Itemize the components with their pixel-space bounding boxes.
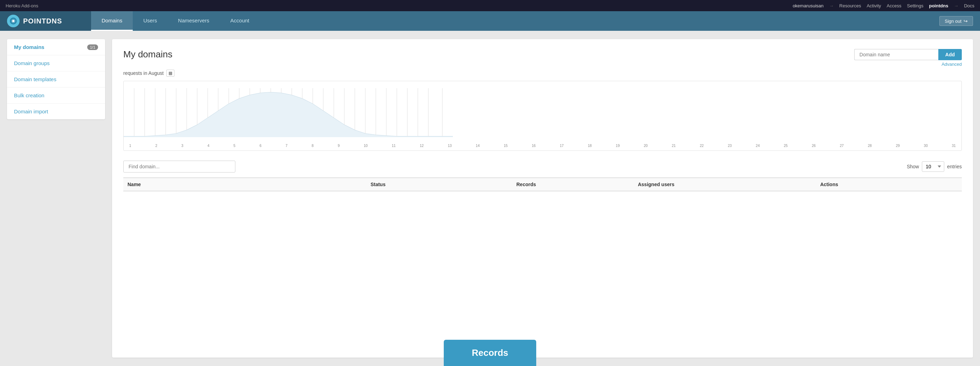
heroku-user: okemarusuisan	[792, 3, 823, 8]
chart-day-label: 20	[644, 144, 648, 148]
domains-header: My domains Add Advanced	[123, 49, 962, 67]
chart-day-label: 6	[259, 144, 262, 148]
sidebar-item-bulkcreation[interactable]: Bulk creation	[7, 87, 105, 104]
chart-day-label: 19	[616, 144, 620, 148]
heroku-settings-link[interactable]: Settings	[907, 3, 924, 8]
sidebar-item-domaingroups[interactable]: Domain groups	[7, 55, 105, 71]
entries-label: entries	[947, 164, 962, 170]
chart-day-label: 27	[840, 144, 844, 148]
chart-container: 1234567891011121314151617181920212223242…	[123, 81, 962, 151]
tab-nameservers[interactable]: Nameservers	[167, 11, 220, 31]
sidebar-item-bulkcreation-label: Bulk creation	[14, 92, 45, 98]
page-content: My domains 1/1 Domain groups Domain temp…	[0, 31, 980, 366]
logo-icon	[7, 15, 20, 27]
records-badge: Records	[444, 340, 536, 366]
nav-right: Sign out ↪	[939, 11, 980, 31]
sidebar-item-mydomains[interactable]: My domains 1/1	[7, 39, 105, 55]
requests-label: requests in August ▩	[123, 70, 962, 77]
advanced-link[interactable]: Advanced	[942, 62, 962, 67]
svg-point-2	[12, 20, 14, 22]
chart-day-label: 8	[312, 144, 314, 148]
heroku-activity-link[interactable]: Activity	[867, 3, 881, 8]
chart-day-label: 21	[672, 144, 676, 148]
chart-day-label: 26	[812, 144, 816, 148]
page-title: My domains	[123, 49, 172, 60]
domain-name-input[interactable]	[854, 49, 938, 60]
chart-day-label: 12	[420, 144, 423, 148]
logo-text: POINTDNS	[23, 17, 62, 25]
heroku-docs-link[interactable]: Docs	[964, 3, 974, 8]
logo-area: POINTDNS	[0, 11, 91, 31]
sidebar-item-domaintemplates[interactable]: Domain templates	[7, 71, 105, 87]
col-header-name: Name	[123, 182, 366, 187]
sidebar-item-domainimport-label: Domain import	[14, 108, 48, 114]
chart-day-label: 14	[476, 144, 479, 148]
col-header-assignedusers: Assigned users	[633, 182, 816, 187]
chart-day-label: 23	[728, 144, 732, 148]
sidebar-item-domaingroups-label: Domain groups	[14, 60, 50, 66]
requests-text: requests in August	[123, 70, 164, 76]
sidebar-item-mydomains-label: My domains	[14, 44, 45, 50]
chart-svg	[124, 88, 453, 137]
show-select[interactable]: 10 25 50 100	[922, 161, 944, 172]
show-label: Show	[907, 164, 919, 170]
chart-day-label: 17	[560, 144, 563, 148]
heroku-arrow1: →	[829, 3, 834, 8]
sidebar-item-domaintemplates-label: Domain templates	[14, 76, 56, 82]
tab-users[interactable]: Users	[133, 11, 167, 31]
chart-day-label: 9	[338, 144, 340, 148]
chart-day-label: 30	[924, 144, 928, 148]
chart-day-label: 1	[129, 144, 131, 148]
domain-add-row: Add	[854, 49, 962, 60]
heroku-arrow2: →	[954, 3, 958, 8]
chart-day-label: 29	[896, 144, 900, 148]
sign-out-button[interactable]: Sign out ↪	[939, 16, 973, 26]
sign-out-icon: ↪	[964, 18, 968, 24]
table-header: Name Status Records Assigned users Actio…	[123, 177, 962, 192]
sidebar: My domains 1/1 Domain groups Domain temp…	[7, 39, 105, 119]
main-area: My domains Add Advanced requests in Augu…	[112, 39, 973, 358]
table-controls: Show 10 25 50 100 entries	[123, 161, 962, 173]
chart-day-label: 2	[155, 144, 157, 148]
nav-tabs: Domains Users Nameservers Account	[91, 11, 260, 31]
heroku-bar-right: okemarusuisan → Resources Activity Acces…	[792, 3, 974, 8]
heroku-access-link[interactable]: Access	[887, 3, 902, 8]
chart-day-labels: 1234567891011121314151617181920212223242…	[129, 144, 956, 148]
domain-add-group: Add Advanced	[854, 49, 962, 67]
chart-day-label: 25	[784, 144, 788, 148]
col-header-actions: Actions	[816, 182, 962, 187]
chart-day-label: 16	[532, 144, 536, 148]
chart-day-label: 28	[868, 144, 872, 148]
add-domain-button[interactable]: Add	[938, 49, 962, 60]
col-header-records: Records	[512, 182, 633, 187]
chart-day-label: 7	[285, 144, 288, 148]
chart-day-label: 5	[234, 144, 236, 148]
chart-day-label: 18	[588, 144, 592, 148]
chart-day-label: 3	[181, 144, 183, 148]
chart-day-label: 22	[700, 144, 704, 148]
chart-day-label: 4	[207, 144, 210, 148]
sidebar-item-domainimport[interactable]: Domain import	[7, 104, 105, 119]
chart-day-label: 13	[448, 144, 452, 148]
chart-day-label: 10	[364, 144, 368, 148]
sidebar-mydomains-badge: 1/1	[87, 44, 98, 50]
heroku-bar: Heroku Add-ons okemarusuisan → Resources…	[0, 0, 980, 11]
chart-day-label: 24	[756, 144, 760, 148]
tab-account[interactable]: Account	[220, 11, 260, 31]
col-header-status: Status	[366, 182, 512, 187]
chart-day-label: 15	[504, 144, 508, 148]
heroku-addon-label: Heroku Add-ons	[6, 3, 38, 8]
find-domain-input[interactable]	[123, 161, 235, 173]
show-entries: Show 10 25 50 100 entries	[907, 161, 962, 172]
main-nav: POINTDNS Domains Users Nameservers Accou…	[0, 11, 980, 31]
heroku-resources-link[interactable]: Resources	[839, 3, 861, 8]
chart-day-label: 31	[952, 144, 956, 148]
heroku-app-name: pointdns	[929, 3, 948, 8]
chart-toggle-icon[interactable]: ▩	[166, 70, 174, 77]
chart-day-label: 11	[391, 144, 395, 148]
tab-domains[interactable]: Domains	[91, 11, 133, 31]
